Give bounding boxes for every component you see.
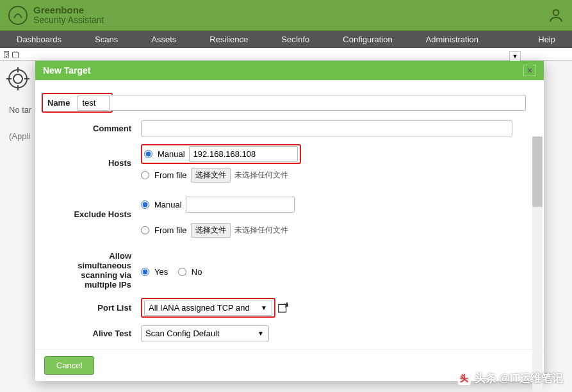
label-port-list: Port List xyxy=(42,303,141,313)
row-allow-simul: Allow simultaneous scanning via multiple… xyxy=(42,252,526,290)
hosts-fromfile-label: From file xyxy=(154,170,187,180)
alive-test-select[interactable] xyxy=(141,325,269,341)
hosts-manual-input[interactable] xyxy=(189,146,298,162)
label-hosts: Hosts xyxy=(42,144,141,168)
action-bar: ⍰ ▢ xyxy=(0,48,572,61)
exclude-manual-radio[interactable] xyxy=(141,200,149,209)
hosts-no-file-text: 未选择任何文件 xyxy=(234,170,288,181)
exclude-manual-input[interactable] xyxy=(186,197,295,213)
label-exclude-hosts: Exclude Hosts xyxy=(42,197,141,219)
label-name: Name xyxy=(45,98,72,108)
user-icon[interactable] xyxy=(548,7,564,24)
name-input-extended[interactable] xyxy=(110,95,526,111)
comment-input[interactable] xyxy=(141,120,512,136)
close-icon[interactable]: × xyxy=(523,65,536,76)
row-alive-test: Alive Test xyxy=(42,325,526,341)
nav-help[interactable]: Help xyxy=(521,35,572,44)
watermark-text: 头条 @IT运维笔记 xyxy=(475,371,563,386)
exclude-no-file-text: 未选择任何文件 xyxy=(234,225,288,236)
modal-titlebar: New Target × xyxy=(35,61,544,80)
nav-dashboards[interactable]: Dashboards xyxy=(0,35,78,44)
hosts-manual-radio[interactable] xyxy=(144,150,152,158)
cancel-button[interactable]: Cancel xyxy=(44,356,94,375)
row-hosts: Hosts Manual From file 选择文件 未选择任何文件 xyxy=(42,144,526,189)
brand-area: Greenbone Security Assistant xyxy=(8,5,104,26)
simul-yes-label: Yes xyxy=(154,267,168,277)
main-nav: Dashboards Scans Assets Resilience SecIn… xyxy=(0,31,572,48)
label-comment: Comment xyxy=(42,124,141,133)
help-icon[interactable]: ⍰ xyxy=(4,49,9,59)
nav-configuration[interactable]: Configuration xyxy=(326,35,409,44)
exclude-choose-file-button[interactable]: 选择文件 xyxy=(191,223,231,238)
simul-no-label: No xyxy=(192,267,202,277)
nav-resilience[interactable]: Resilience xyxy=(193,35,265,44)
brand-name: Greenbone xyxy=(33,5,104,16)
filter-dropdown-icon[interactable]: ▼ xyxy=(509,51,521,61)
brand-sub: Security Assistant xyxy=(33,15,104,25)
allow-simul-field: Yes No xyxy=(141,252,526,277)
modal-scrollbar[interactable] xyxy=(532,136,543,392)
nav-secinfo[interactable]: SecInfo xyxy=(265,35,326,44)
watermark-logo-icon: 头 xyxy=(458,372,471,385)
brand-text: Greenbone Security Assistant xyxy=(33,5,104,26)
svg-point-2 xyxy=(9,70,27,88)
svg-point-0 xyxy=(9,6,27,24)
row-comment: Comment xyxy=(42,120,526,136)
label-alive-test: Alive Test xyxy=(42,329,141,338)
simul-yes-radio[interactable] xyxy=(141,268,149,276)
exclude-fromfile-label: From file xyxy=(154,225,187,235)
new-target-modal: New Target × Name Comment Hosts Manual xyxy=(35,61,544,381)
label-allow-simul: Allow simultaneous scanning via multiple… xyxy=(42,252,141,290)
watermark: 头 头条 @IT运维笔记 xyxy=(458,371,563,386)
new-port-list-icon[interactable]: ★ xyxy=(275,300,290,314)
modal-title-text: New Target xyxy=(43,65,90,76)
row-name: Name xyxy=(42,93,526,113)
hosts-manual-label: Manual xyxy=(158,149,185,159)
svg-point-3 xyxy=(13,74,22,83)
modal-body: Name Comment Hosts Manual xyxy=(35,80,544,349)
nav-scans[interactable]: Scans xyxy=(78,35,135,44)
nav-administration[interactable]: Administration xyxy=(409,35,495,44)
svg-point-1 xyxy=(553,10,559,15)
target-icon xyxy=(6,67,29,90)
greenbone-logo-icon xyxy=(8,5,28,26)
svg-text:★: ★ xyxy=(284,302,288,308)
exclude-field: Manual From file 选择文件 未选择任何文件 xyxy=(141,197,526,244)
simul-no-radio[interactable] xyxy=(178,268,186,276)
nav-assets[interactable]: Assets xyxy=(135,35,193,44)
exclude-fromfile-radio[interactable] xyxy=(141,226,149,234)
row-port-list: Port List ★ xyxy=(42,298,526,318)
exclude-manual-label: Manual xyxy=(154,200,182,209)
port-list-select[interactable] xyxy=(144,300,272,316)
hosts-fromfile-radio[interactable] xyxy=(141,171,149,179)
new-icon[interactable]: ▢ xyxy=(12,49,19,59)
hosts-field: Manual From file 选择文件 未选择任何文件 xyxy=(141,144,526,189)
row-exclude-hosts: Exclude Hosts Manual From file 选择文件 未选择任… xyxy=(42,197,526,244)
name-input[interactable] xyxy=(78,95,110,111)
app-header: Greenbone Security Assistant xyxy=(0,0,572,31)
hosts-choose-file-button[interactable]: 选择文件 xyxy=(191,168,231,183)
